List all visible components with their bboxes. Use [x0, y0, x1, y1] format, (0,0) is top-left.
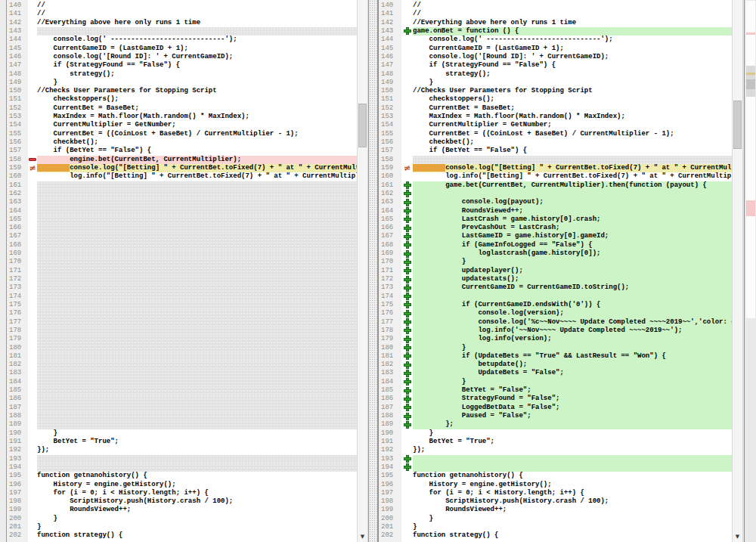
code-cell[interactable]: History = engine.getHistory();: [413, 481, 732, 489]
code-cell[interactable]: [37, 190, 357, 198]
code-cell[interactable]: [37, 224, 357, 232]
code-cell[interactable]: console.log(version);: [413, 309, 732, 317]
right-scrollbar-thumb[interactable]: [733, 101, 742, 149]
code-cell[interactable]: };: [413, 420, 732, 429]
code-cell[interactable]: console.log('%c~~Nov~~~~ Update Complete…: [413, 318, 732, 327]
code-cell[interactable]: }: [413, 258, 732, 266]
right-pane-scrollbar[interactable]: ▼: [732, 0, 743, 542]
pane-splitter-strip[interactable]: [368, 0, 378, 542]
code-cell[interactable]: MaxIndex = Math.floor(Math.random() * Ma…: [37, 113, 357, 121]
code-cell[interactable]: //Checks User Parameters for Stopping Sc…: [413, 87, 732, 95]
code-cell[interactable]: LastCrash = game.history[0].crash;: [413, 215, 732, 224]
code-cell[interactable]: checkbet();: [413, 138, 732, 147]
code-cell[interactable]: engine.bet(CurrentBet, CurrentMultiplier…: [37, 156, 357, 164]
code-cell[interactable]: strategy();: [37, 70, 357, 79]
code-cell[interactable]: [37, 352, 357, 361]
code-cell[interactable]: StrategyFound = "False";: [413, 395, 732, 403]
code-cell[interactable]: BetYet = "True";: [413, 438, 732, 446]
code-cell[interactable]: }: [37, 429, 357, 438]
code-cell[interactable]: function strategy() {: [37, 531, 357, 540]
code-cell[interactable]: log.info('~~Nov~~~~ Update Completed ~~~…: [413, 327, 732, 335]
code-cell[interactable]: LastGameID = game.history[0].gameId;: [413, 232, 732, 240]
scroll-down-arrow-icon[interactable]: ▼: [358, 532, 367, 541]
code-cell[interactable]: //: [37, 10, 357, 18]
code-cell[interactable]: [37, 378, 357, 386]
code-cell[interactable]: [37, 181, 357, 190]
code-cell[interactable]: UpdateBets = "False";: [413, 369, 732, 377]
code-cell[interactable]: [37, 386, 357, 395]
code-cell[interactable]: [37, 258, 357, 266]
code-cell[interactable]: BetYet = "False";: [413, 386, 732, 395]
code-cell[interactable]: game.bet(CurrentBet, CurrentMultiplier).…: [413, 181, 732, 190]
code-cell[interactable]: [37, 27, 357, 36]
code-cell[interactable]: }: [413, 79, 732, 87]
code-cell[interactable]: CurrentBet = BaseBet;: [413, 104, 732, 113]
code-cell[interactable]: [37, 275, 357, 283]
code-cell[interactable]: CurrentMultiplier = GetNumber;: [413, 121, 732, 129]
code-cell[interactable]: MaxIndex = Math.floor(Math.random() * Ma…: [413, 113, 732, 121]
left-scrollbar-thumb[interactable]: [358, 104, 367, 147]
code-cell[interactable]: CurrentBet = ((CoinLost + BaseBet) / Cur…: [413, 130, 732, 138]
code-cell[interactable]: //Everything above here only runs 1 time: [413, 19, 732, 27]
code-cell[interactable]: }: [413, 515, 732, 523]
code-cell[interactable]: //Checks User Parameters for Stopping Sc…: [37, 87, 357, 95]
code-cell[interactable]: console.log("[Betting] " + CurrentBet.to…: [37, 164, 357, 172]
code-cell[interactable]: //Everything above here only runs 1 time: [37, 19, 357, 27]
code-cell[interactable]: console.log("[Betting] " + CurrentBet.to…: [413, 164, 732, 172]
code-cell[interactable]: ScriptHistory.push(History.crash / 100);: [37, 497, 357, 506]
code-cell[interactable]: [37, 412, 357, 420]
code-cell[interactable]: ScriptHistory.push(History.crash / 100);: [413, 497, 732, 506]
code-cell[interactable]: //: [413, 2, 732, 10]
code-cell[interactable]: CurrentMultiplier = GetNumber;: [37, 121, 357, 129]
code-cell[interactable]: for (i = 0; i < History.length; i++) {: [413, 489, 732, 497]
code-cell[interactable]: //: [37, 2, 357, 10]
overview-document-strip[interactable]: [746, 1, 755, 318]
code-cell[interactable]: [37, 318, 357, 327]
code-cell[interactable]: }: [37, 79, 357, 87]
code-cell[interactable]: [37, 344, 357, 352]
code-cell[interactable]: RoundsViewed++;: [413, 207, 732, 215]
code-cell[interactable]: BetYet = "True";: [37, 438, 357, 446]
code-cell[interactable]: [37, 198, 357, 206]
code-cell[interactable]: [413, 156, 732, 164]
code-cell[interactable]: console.log(payout);: [413, 198, 732, 206]
code-cell[interactable]: CurrentBet = BaseBet;: [37, 104, 357, 113]
code-cell[interactable]: CurrentGameID = (LastGameID + 1);: [37, 45, 357, 53]
code-cell[interactable]: [413, 455, 732, 463]
code-cell[interactable]: });: [37, 446, 357, 454]
code-cell[interactable]: if (BetYet == "False") {: [413, 147, 732, 155]
code-cell[interactable]: [37, 335, 357, 343]
code-cell[interactable]: [37, 463, 357, 472]
code-cell[interactable]: [413, 190, 732, 198]
code-cell[interactable]: checkbet();: [37, 138, 357, 147]
code-cell[interactable]: }: [413, 429, 732, 438]
code-cell[interactable]: if (StrategyFound == "False") {: [37, 61, 357, 70]
code-cell[interactable]: Paused = "False";: [413, 412, 732, 420]
code-cell[interactable]: console.log(' --------------------------…: [37, 36, 357, 44]
code-cell[interactable]: [37, 283, 357, 292]
code-cell[interactable]: if (GameInfoLogged == "False") {: [413, 241, 732, 249]
code-cell[interactable]: }: [37, 515, 357, 523]
code-cell[interactable]: [37, 369, 357, 377]
left-pane-scrollbar[interactable]: ▼: [357, 0, 368, 542]
code-cell[interactable]: if (StrategyFound == "False") {: [413, 61, 732, 70]
code-cell[interactable]: }: [413, 523, 732, 531]
diff-overview-map[interactable]: [744, 0, 756, 542]
code-cell[interactable]: log.info("[Betting] " + CurrentBet.toFix…: [413, 172, 732, 181]
code-cell[interactable]: if (BetYet == "False") {: [37, 147, 357, 155]
code-cell[interactable]: game.onBet = function () {: [413, 27, 732, 36]
code-cell[interactable]: [37, 267, 357, 275]
code-cell[interactable]: CurrentGameID = CurrentGameID.toString()…: [413, 283, 732, 292]
code-cell[interactable]: [37, 395, 357, 403]
code-cell[interactable]: RoundsViewed++;: [413, 506, 732, 514]
code-cell[interactable]: updateplayer();: [413, 267, 732, 275]
code-cell[interactable]: checkstoppers();: [37, 95, 357, 104]
code-cell[interactable]: });: [413, 446, 732, 454]
code-cell[interactable]: }: [413, 344, 732, 352]
code-cell[interactable]: updatestats();: [413, 275, 732, 283]
code-cell[interactable]: CurrentBet = ((CoinLost + BaseBet) / Cur…: [37, 130, 357, 138]
code-cell[interactable]: log.info("[Betting] " + CurrentBet.toFix…: [37, 172, 357, 181]
code-cell[interactable]: [413, 293, 732, 301]
code-cell[interactable]: loglastcrash(game.history[0]);: [413, 249, 732, 258]
code-cell[interactable]: console.log('[Round ID]: ' + CurrentGame…: [413, 53, 732, 61]
